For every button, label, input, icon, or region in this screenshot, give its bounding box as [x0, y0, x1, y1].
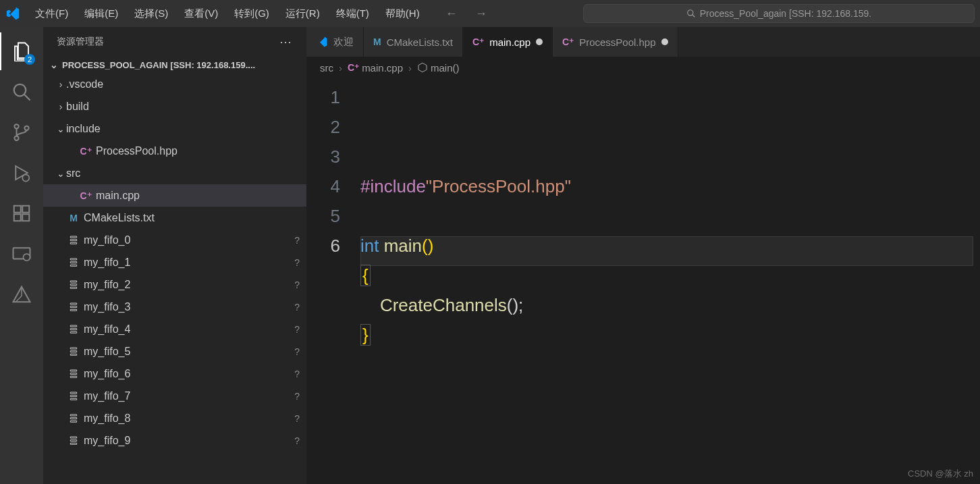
chevron-right-icon: ›	[55, 79, 66, 90]
activity-remote[interactable]	[0, 235, 43, 273]
git-status: ?	[294, 302, 300, 313]
row-label: CMakeLists.txt	[84, 212, 300, 224]
tab-label: ProcessPool.hpp	[579, 36, 655, 48]
activity-extensions[interactable]	[0, 194, 43, 232]
file-row[interactable]: my_fifo_4?	[43, 318, 306, 340]
file-row[interactable]: my_fifo_5?	[43, 340, 306, 362]
command-center[interactable]: Process_Pool_again [SSH: 192.168.159.	[583, 4, 975, 23]
code-content[interactable]: #include"ProcessPool.hpp" int main(){ Cr…	[360, 82, 980, 484]
activity-run[interactable]	[0, 154, 43, 192]
nav-arrows: ← →	[440, 4, 493, 24]
code-line[interactable]: #include"ProcessPool.hpp"	[360, 171, 980, 201]
editor-tab[interactable]: MCMakeLists.txt	[364, 27, 463, 57]
file-row[interactable]: my_fifo_0?	[43, 229, 306, 251]
menu-item[interactable]: 终端(T)	[329, 5, 376, 23]
line-number: 5	[306, 201, 340, 231]
file-icon	[66, 391, 81, 402]
file-icon	[66, 435, 81, 446]
explorer-header: 资源管理器 ⋯	[43, 27, 306, 57]
code-line[interactable]: {	[360, 261, 980, 290]
file-row[interactable]: C⁺main.cpp	[43, 184, 306, 207]
svg-rect-9	[14, 214, 21, 221]
cmake-icon: M	[373, 36, 381, 47]
code-line[interactable]	[360, 201, 980, 231]
menu-item[interactable]: 转到(G)	[227, 5, 276, 23]
workspace-root[interactable]: ⌄ PROCESS_POOL_AGAIN [SSH: 192.168.159..…	[43, 57, 306, 73]
file-row[interactable]: my_fifo_1?	[43, 251, 306, 273]
line-number: 6	[306, 231, 340, 261]
code-editor[interactable]: 123456 #include"ProcessPool.hpp" int mai…	[306, 78, 980, 484]
crumb-file[interactable]: main.cpp	[362, 62, 403, 74]
more-icon[interactable]: ⋯	[279, 34, 293, 49]
watermark: CSDN @落水 zh	[908, 468, 973, 480]
nav-forward-icon[interactable]: →	[470, 4, 493, 24]
vscode-logo-icon	[5, 6, 20, 21]
svg-line-3	[24, 95, 30, 101]
activity-cmake[interactable]	[0, 275, 43, 313]
crumb-folder[interactable]: src	[320, 62, 333, 74]
file-icon	[66, 257, 81, 268]
menu-item[interactable]: 选择(S)	[128, 5, 175, 23]
file-row[interactable]: my_fifo_7?	[43, 385, 306, 407]
menu-item[interactable]: 文件(F)	[28, 5, 75, 23]
search-icon	[11, 82, 32, 102]
svg-line-1	[692, 15, 695, 18]
file-row[interactable]: MCMakeLists.txt	[43, 207, 306, 229]
row-label: my_fifo_5	[84, 346, 294, 358]
nav-back-icon[interactable]: ←	[440, 4, 463, 24]
crumb-symbol[interactable]: main()	[431, 62, 460, 74]
code-line[interactable]: CreateChannels();	[360, 290, 980, 320]
chevron-right-icon: ›	[408, 62, 412, 74]
chevron-down-icon: ⌄	[55, 168, 66, 179]
code-line[interactable]: }	[360, 320, 980, 350]
editor-tab[interactable]: C⁺ProcessPool.hpp	[553, 27, 678, 57]
activity-explorer[interactable]: 2	[0, 32, 43, 70]
code-line[interactable]: int main()	[360, 231, 980, 261]
file-row[interactable]: my_fifo_6?	[43, 362, 306, 385]
svg-rect-10	[22, 214, 29, 221]
folder-row[interactable]: ›.vscode	[43, 73, 306, 95]
breadcrumb[interactable]: src › C⁺ main.cpp › main()	[306, 57, 980, 78]
search-text: Process_Pool_again [SSH: 192.168.159.	[700, 8, 872, 19]
file-icon	[66, 413, 81, 424]
file-icon	[66, 302, 81, 313]
cpp-icon: C⁺	[78, 190, 93, 201]
file-row[interactable]: C⁺ProcessPool.hpp	[43, 140, 306, 162]
file-row[interactable]: my_fifo_3?	[43, 296, 306, 318]
editor-tab[interactable]: 欢迎	[306, 27, 364, 57]
git-status: ?	[294, 257, 300, 268]
git-status: ?	[294, 279, 300, 290]
editor-tab[interactable]: C⁺main.cpp	[463, 27, 553, 57]
file-row[interactable]: my_fifo_8?	[43, 407, 306, 429]
menu-item[interactable]: 帮助(H)	[379, 5, 427, 23]
row-label: my_fifo_2	[84, 279, 294, 291]
activity-search[interactable]	[0, 73, 43, 111]
row-label: my_fifo_1	[84, 257, 294, 269]
row-label: my_fifo_6	[84, 368, 294, 380]
menu-item[interactable]: 编辑(E)	[78, 5, 125, 23]
line-number: 4	[306, 171, 340, 201]
line-number: 2	[306, 112, 340, 142]
folder-row[interactable]: ⌄src	[43, 162, 306, 184]
explorer-title: 资源管理器	[57, 36, 104, 48]
cpp-icon: C⁺	[78, 146, 93, 157]
svg-rect-8	[14, 206, 21, 213]
chevron-right-icon: ›	[339, 62, 342, 74]
tab-label: 欢迎	[333, 36, 354, 49]
vscode-icon	[316, 36, 328, 48]
folder-row[interactable]: ⌄include	[43, 117, 306, 140]
folder-row[interactable]: ›build	[43, 95, 306, 117]
file-icon	[66, 369, 81, 379]
file-row[interactable]: my_fifo_2?	[43, 273, 306, 296]
line-number: 1	[306, 82, 340, 112]
row-label: my_fifo_8	[84, 412, 294, 425]
file-row[interactable]: my_fifo_9?	[43, 429, 306, 452]
svg-point-0	[687, 10, 692, 16]
git-status: ?	[294, 346, 300, 357]
menu-item[interactable]: 查看(V)	[178, 5, 225, 23]
menu-item[interactable]: 运行(R)	[279, 5, 327, 23]
activity-scm[interactable]	[0, 113, 43, 151]
file-icon	[66, 279, 81, 290]
cpp-icon: C⁺	[562, 36, 574, 47]
chevron-down-icon: ⌄	[49, 59, 59, 70]
